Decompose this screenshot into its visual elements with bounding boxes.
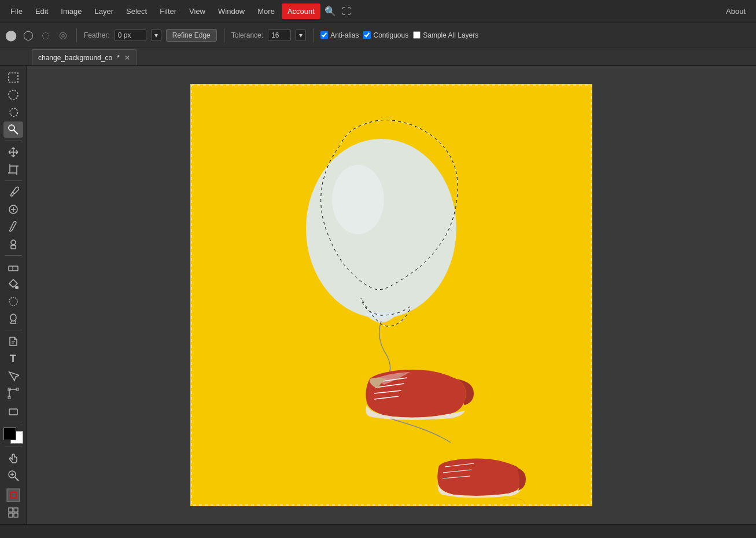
selection-freehand-icon[interactable]: ◎ <box>57 29 69 42</box>
feather-label: Feather: <box>84 31 110 39</box>
menu-account[interactable]: Account <box>282 3 320 19</box>
expand-icon[interactable]: ⛶ <box>340 5 353 18</box>
tool-magic-select-group[interactable] <box>3 69 23 86</box>
menu-edit[interactable]: Edit <box>29 3 54 19</box>
tool-healing[interactable] <box>3 201 23 218</box>
svg-rect-37 <box>7 489 20 502</box>
menu-more[interactable]: More <box>252 3 281 19</box>
tolerance-dropdown-arrow: ▾ <box>299 31 303 39</box>
tab-close-button[interactable]: ✕ <box>124 54 130 61</box>
feather-input[interactable] <box>115 30 146 41</box>
refine-edge-button[interactable]: Refine Edge <box>166 29 217 42</box>
dodge-icon <box>8 313 19 325</box>
tool-crop[interactable] <box>3 161 23 178</box>
anti-alias-checkbox[interactable] <box>320 31 328 39</box>
svg-point-44 <box>332 165 384 234</box>
path-select-icon <box>8 370 19 382</box>
tool-hand[interactable] <box>3 450 23 466</box>
feather-dropdown[interactable]: ▾ <box>151 30 161 41</box>
search-icon[interactable]: 🔍 <box>324 5 337 18</box>
hand-icon <box>8 452 19 464</box>
lasso-icon <box>8 106 19 118</box>
canvas-wrapper <box>190 84 592 506</box>
tool-dodge[interactable] <box>3 311 23 327</box>
document-tab[interactable]: change_background_co * ✕ <box>32 49 137 65</box>
tool-blur[interactable] <box>3 293 23 309</box>
selection-circle-icon[interactable]: ◯ <box>22 29 35 42</box>
svg-point-43 <box>306 139 456 318</box>
tool-separator-6 <box>5 447 22 447</box>
svg-line-2 <box>13 130 18 134</box>
zoom-icon <box>8 470 19 481</box>
tool-eyedropper[interactable] <box>3 184 23 200</box>
tool-grid[interactable] <box>3 504 23 521</box>
tool-zoom[interactable] <box>3 467 23 484</box>
tolerance-input[interactable] <box>268 30 291 41</box>
menu-select[interactable]: Select <box>120 3 153 19</box>
svg-line-34 <box>15 477 19 481</box>
contiguous-group[interactable]: Contiguous <box>363 31 408 39</box>
canvas-background[interactable] <box>190 84 592 506</box>
tool-clone[interactable] <box>3 236 23 252</box>
feather-dropdown-arrow: ▾ <box>154 31 158 39</box>
crop-icon <box>8 164 19 175</box>
tool-separator-3 <box>5 255 22 256</box>
sample-all-layers-checkbox[interactable] <box>413 31 421 39</box>
separator-3 <box>313 28 314 42</box>
foreground-color-swatch[interactable] <box>3 428 16 440</box>
tool-path-select[interactable] <box>3 368 23 384</box>
tool-navigator[interactable] <box>3 487 23 503</box>
selection-magic-wand-icon[interactable]: ⬤ <box>5 29 17 42</box>
tool-shape[interactable] <box>3 403 23 419</box>
tool-separator-1 <box>5 141 22 141</box>
tool-magic-wand[interactable] <box>3 121 23 138</box>
fill-icon <box>8 278 19 290</box>
menu-file[interactable]: File <box>5 3 28 19</box>
magic-wand-icon <box>8 124 19 135</box>
tolerance-dropdown[interactable]: ▾ <box>296 30 306 41</box>
menu-layer[interactable]: Layer <box>89 3 120 19</box>
svg-rect-41 <box>9 513 13 517</box>
tool-eraser[interactable] <box>3 259 23 275</box>
tool-text[interactable]: T <box>3 351 23 367</box>
eyedropper-icon <box>8 186 19 198</box>
color-swatches[interactable] <box>3 428 23 444</box>
canvas-svg <box>190 84 592 506</box>
menu-view[interactable]: View <box>183 3 211 19</box>
svg-rect-17 <box>11 245 16 249</box>
menu-window[interactable]: Window <box>212 3 250 19</box>
tool-separator-5 <box>5 422 22 422</box>
options-bar: ⬤ ◯ ◌ ◎ Feather: ▾ Refine Edge Tolerance… <box>0 23 756 47</box>
menu-bar: File Edit Image Layer Select Filter View… <box>0 0 756 23</box>
contiguous-checkbox[interactable] <box>363 31 371 39</box>
eraser-icon <box>8 261 19 272</box>
sample-all-layers-group[interactable]: Sample All Layers <box>413 31 478 39</box>
svg-rect-40 <box>14 508 18 512</box>
tool-lasso[interactable] <box>3 104 23 120</box>
tolerance-label: Tolerance: <box>231 31 263 39</box>
canvas-area[interactable] <box>27 66 756 524</box>
svg-point-3 <box>9 125 14 131</box>
tool-brush[interactable] <box>3 219 23 235</box>
selection-poly-icon[interactable]: ◌ <box>39 29 52 42</box>
svg-point-22 <box>9 297 17 305</box>
svg-point-1 <box>9 90 18 100</box>
tool-pen[interactable] <box>3 333 23 349</box>
tool-separator-4 <box>5 330 22 330</box>
tool-move[interactable] <box>3 144 23 160</box>
svg-rect-39 <box>9 508 13 512</box>
svg-rect-19 <box>9 266 18 271</box>
text-tool-label: T <box>10 353 16 365</box>
sample-all-layers-label: Sample All Layers <box>423 31 478 39</box>
tool-oval-select[interactable] <box>3 87 23 103</box>
healing-icon <box>8 204 19 215</box>
status-bar <box>0 524 756 538</box>
tool-fill[interactable] <box>3 276 23 292</box>
tool-freeform[interactable] <box>3 385 23 401</box>
menu-filter[interactable]: Filter <box>154 3 182 19</box>
menu-about[interactable]: About <box>720 3 751 19</box>
anti-alias-label: Anti-alias <box>330 31 359 39</box>
anti-alias-group[interactable]: Anti-alias <box>320 31 359 39</box>
menu-image[interactable]: Image <box>55 3 87 19</box>
svg-rect-0 <box>9 73 18 82</box>
